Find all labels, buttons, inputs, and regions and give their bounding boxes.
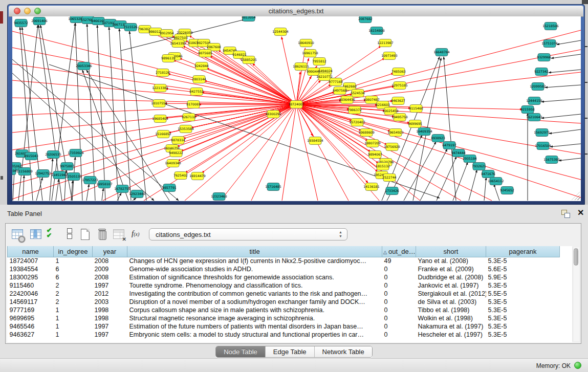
network-node[interactable]: 12099582 xyxy=(530,83,546,91)
table-cell[interactable]: 1998 xyxy=(93,314,127,322)
network-node[interactable]: 14136181 xyxy=(363,183,380,191)
network-node[interactable]: 8915043 xyxy=(24,152,38,160)
network-node[interactable]: 19685405 xyxy=(152,115,168,123)
network-node[interactable]: 9857791 xyxy=(162,184,177,192)
table-row[interactable]: 946362711997Embryonic stem cells: a mode… xyxy=(8,331,560,339)
table-cell[interactable]: 0 xyxy=(382,306,416,314)
network-node[interactable]: 2935184 xyxy=(463,155,477,163)
tab-node-table[interactable]: Node Table xyxy=(216,346,265,357)
network-node[interactable]: 9875685 xyxy=(198,50,212,57)
network-node[interactable]: 11451947 xyxy=(51,171,68,179)
table-cell[interactable]: 5.3E-5 xyxy=(486,314,560,322)
table-cell[interactable]: Tourette syndrome. Phenomenology and cla… xyxy=(127,281,382,290)
table-cell[interactable]: 9699695 xyxy=(8,314,54,322)
network-node[interactable]: 2087682 xyxy=(358,16,373,23)
network-node[interactable]: 7986372 xyxy=(347,106,362,114)
table-row[interactable]: 969969511998Structural magnetic resonanc… xyxy=(8,314,560,322)
network-node[interactable]: 20691406 xyxy=(31,17,48,25)
network-node[interactable]: 16958107 xyxy=(96,181,113,188)
table-cell[interactable]: Stergiakouli et al. (2012) xyxy=(416,290,486,298)
network-node[interactable]: 7932621 xyxy=(472,163,486,170)
network-node[interactable]: 9435572 xyxy=(14,19,28,27)
network-node[interactable]: 18300295 xyxy=(265,111,281,118)
network-node[interactable]: 16409348 xyxy=(165,160,181,167)
network-node[interactable]: 18724007 xyxy=(288,101,304,108)
network-node[interactable]: 19756928 xyxy=(384,143,400,151)
table-cell[interactable]: 1998 xyxy=(93,306,127,314)
network-node[interactable]: 9242844 xyxy=(194,62,209,70)
network-node[interactable]: 12323468 xyxy=(211,193,227,201)
table-cell[interactable]: Estimation of the future numbers of pati… xyxy=(127,322,382,331)
network-node[interactable]: 17957223 xyxy=(82,177,98,184)
network-node[interactable]: 7485063 xyxy=(391,68,406,76)
table-cell[interactable]: Yano et al. (2008) xyxy=(416,257,486,265)
network-node[interactable]: 12444158 xyxy=(526,97,542,105)
table-cell[interactable]: 5.3E-5 xyxy=(486,306,560,314)
table-cell[interactable]: 2 xyxy=(54,298,93,306)
table-cell[interactable]: 1 xyxy=(54,331,93,339)
network-node[interactable]: 5524534 xyxy=(351,90,365,97)
table-cell[interactable]: 6 xyxy=(54,265,93,273)
network-node[interactable]: 15885205 xyxy=(241,56,257,64)
column-header-in_degree[interactable]: in_degree xyxy=(54,246,93,257)
network-node[interactable]: 8938923 xyxy=(431,135,445,142)
table-cell[interactable]: 2 xyxy=(54,281,93,290)
network-node[interactable]: 15166852 xyxy=(155,130,171,138)
table-cell[interactable]: 0 xyxy=(382,290,416,298)
table-cell[interactable]: de Silva et al. (2003) xyxy=(416,298,486,306)
table-cell[interactable]: 5.3E-5 xyxy=(486,281,560,290)
network-node[interactable]: 16543392 xyxy=(170,40,186,48)
network-node[interactable]: 16782759 xyxy=(114,185,130,193)
close-panel-button[interactable]: ✕ xyxy=(577,208,584,217)
network-node[interactable]: 6497568 xyxy=(333,87,347,95)
table-cell[interactable]: 1997 xyxy=(93,281,127,290)
table-cell[interactable]: Investigating the contribution of common… xyxy=(127,290,382,298)
table-cell[interactable]: 1 xyxy=(54,257,93,265)
table-cell[interactable]: 1 xyxy=(54,314,93,322)
table-cell[interactable]: 0 xyxy=(382,298,416,306)
network-node[interactable]: 8427552 xyxy=(189,88,204,96)
table-cell[interactable]: 0 xyxy=(382,265,416,273)
network-node[interactable]: 19384554 xyxy=(307,137,323,145)
table-cell[interactable]: 5.9E-5 xyxy=(486,273,560,281)
network-node[interactable]: 15353584 xyxy=(178,125,194,133)
network-node[interactable]: 9245652 xyxy=(500,187,514,194)
table-cell[interactable]: Hescheler et al. (1997) xyxy=(416,331,486,339)
table-cell[interactable]: 1 xyxy=(54,306,93,314)
table-cell[interactable]: Disruption of a novel member of a sodium… xyxy=(127,298,382,306)
change-table-mode-button[interactable] xyxy=(11,228,24,241)
table-cell[interactable]: 49 xyxy=(382,257,416,265)
network-node[interactable]: 20206535 xyxy=(45,151,61,159)
network-node[interactable]: 2803144 xyxy=(192,76,206,83)
network-node[interactable]: 8878314 xyxy=(171,137,185,144)
network-node[interactable]: 12923448 xyxy=(129,190,145,198)
network-node[interactable]: 12213383 xyxy=(152,84,168,92)
network-node[interactable]: 20053346 xyxy=(76,62,92,70)
show-columns-button[interactable] xyxy=(29,228,42,241)
delete-table-button[interactable]: ✕ xyxy=(112,228,125,241)
table-cell[interactable]: Structural magnetic resonance image aver… xyxy=(127,314,382,322)
table-cell[interactable]: 2008 xyxy=(93,273,127,281)
network-node[interactable]: 17016504 xyxy=(535,142,551,150)
network-node[interactable]: 9896135 xyxy=(161,55,176,62)
network-node[interactable]: 2718126 xyxy=(156,69,170,77)
network-node[interactable]: 16210643 xyxy=(526,114,542,121)
table-cell[interactable]: 0 xyxy=(382,331,416,339)
table-cell[interactable]: 14569117 xyxy=(8,298,54,306)
table-row[interactable]: 977716911998Corpus callosum shape and si… xyxy=(8,306,560,314)
network-node[interactable]: 1733426 xyxy=(385,187,399,195)
column-header-title[interactable]: title xyxy=(127,246,382,257)
table-cell[interactable]: Franke et al. (2009) xyxy=(416,265,486,273)
new-attribute-button[interactable] xyxy=(79,228,92,241)
network-node[interactable]: 19495758 xyxy=(391,114,408,121)
function-builder-button[interactable]: f(x) xyxy=(130,228,144,241)
table-cell[interactable]: 5.3E-5 xyxy=(486,331,560,339)
table-cell[interactable]: Nakamura et al. (1997) xyxy=(416,322,486,331)
network-window-titlebar[interactable]: citations_edges.txt xyxy=(9,6,583,17)
table-scrollbar[interactable] xyxy=(573,247,579,341)
network-node[interactable]: 11156809 xyxy=(16,168,33,176)
table-cell[interactable]: 9777169 xyxy=(8,306,54,314)
table-cell[interactable]: 18724007 xyxy=(8,257,54,265)
table-cell[interactable]: 2009 xyxy=(93,265,127,273)
network-node[interactable]: 15716485 xyxy=(265,183,281,191)
